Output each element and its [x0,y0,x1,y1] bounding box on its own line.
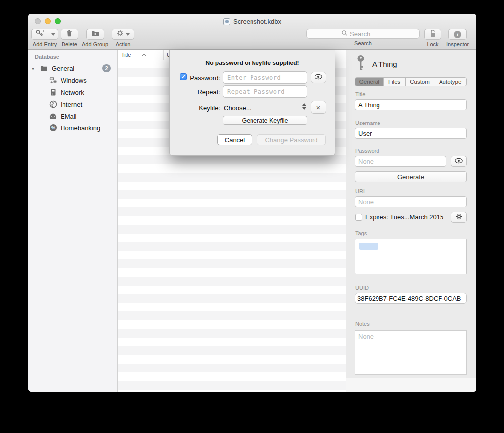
search-icon [341,29,348,38]
eye-icon [314,74,323,81]
toolbar-item-add-entry: Add Entry [31,29,58,47]
tab-files[interactable]: Files [384,78,406,86]
tag-pill[interactable] [359,243,378,250]
password-field[interactable] [355,156,446,167]
eye-icon [454,158,463,165]
expires-settings-button[interactable] [451,212,467,223]
sidebar-item-label: Homebanking [61,124,100,132]
add-group-button[interactable] [86,29,104,40]
sort-ascending-icon [141,52,162,58]
username-field[interactable] [355,128,467,139]
sidebar-item-email[interactable]: EMail [28,110,117,122]
notes-field-label: Notes [355,321,370,327]
expires-label: Expires: Tues...March 2015 [365,213,443,221]
inspector-label: Inspector [446,41,469,47]
password-field-label: Password [355,148,379,154]
enter-password-input[interactable] [223,71,307,84]
change-password-sheet: No password or keyfile supplied! Passwor… [169,50,335,156]
reveal-password-button[interactable] [451,156,467,167]
sidebar-item-network[interactable]: Network [28,86,117,98]
inspector-panel: A Thing General Files Custom Autotype Ti… [346,50,476,392]
toolbar-item-action: Action [112,29,134,47]
action-label: Action [116,41,131,47]
key-icon [356,55,366,74]
uuid-field[interactable] [355,293,467,304]
window-title-area: Screenshot.kdbx [28,18,476,25]
sidebar-item-general[interactable]: General 2 [28,62,117,74]
keyfile-popup[interactable]: Choose... [224,104,252,112]
delete-label: Delete [62,41,77,47]
tab-autotype[interactable]: Autotype [434,78,466,86]
url-field[interactable] [355,196,467,207]
search-field[interactable] [306,29,420,39]
stepper-icon[interactable] [302,103,306,110]
password-enable-checkbox[interactable] [180,73,187,80]
entry-title: A Thing [372,60,397,68]
delete-button[interactable] [61,29,78,40]
svg-text:%: % [51,125,55,130]
sidebar-section-header: Database [35,54,59,60]
keyfile-label: Keyfile: [188,104,220,112]
tags-field-label: Tags [355,230,367,236]
action-button[interactable] [112,29,134,40]
document-icon [223,18,230,25]
trash-icon [65,29,73,39]
toolbar-item-lock: Lock [424,29,441,47]
sidebar-item-label: EMail [61,113,77,120]
sidebar-item-label: Network [61,89,84,96]
percent-icon: % [49,124,57,132]
tab-general[interactable]: General [355,78,384,86]
search-label: Search [354,40,372,46]
gear-icon [455,213,463,222]
username-field-label: Username [355,120,380,126]
expires-checkbox[interactable] [355,214,362,221]
envelope-icon [49,112,57,121]
add-entry-button[interactable] [31,29,48,40]
sidebar-item-homebanking[interactable]: % Homebanking [28,122,117,134]
unlocked-padlock-icon [429,29,437,40]
generate-keyfile-button[interactable]: Generate Keyfile [223,116,307,125]
password-label: Password: [188,74,220,82]
sidebar-item-internet[interactable]: Internet [28,98,117,110]
title-field-label: Title [355,91,365,97]
change-password-button[interactable]: Change Password [257,134,326,145]
add-group-label: Add Group [82,41,108,47]
title-field[interactable] [355,99,467,110]
key-plus-icon [35,29,44,39]
tags-box[interactable] [355,239,467,274]
toolbar-item-search: Search [306,29,420,46]
sidebar-item-label: General [52,65,74,72]
generate-password-button[interactable]: Generate [355,171,467,182]
lock-button[interactable] [424,29,441,40]
globe-icon [49,100,57,109]
uuid-field-label: UUID [355,285,369,291]
column-header-title[interactable]: Title [118,50,164,60]
expires-row: Expires: Tues...March 2015 [355,213,443,221]
lock-label: Lock [427,41,438,47]
gear-icon [116,29,124,39]
workgroup-icon [49,76,57,85]
url-field-label: URL [355,188,366,194]
sidebar-item-label: Windows [61,77,87,84]
info-icon [454,31,461,38]
sidebar: Database General 2 [28,50,118,392]
repeat-password-input[interactable] [223,85,307,98]
folder-plus-icon [91,30,100,39]
app-window: Screenshot.kdbx [28,14,476,392]
toolbar: Add Entry Delete [28,29,476,50]
search-input[interactable] [350,30,384,38]
sidebar-item-windows[interactable]: Windows [28,74,117,86]
tab-custom[interactable]: Custom [406,78,435,86]
sidebar-item-label: Internet [61,101,82,108]
server-icon [49,88,57,97]
inspector-tabs: General Files Custom Autotype [355,77,467,86]
disclosure-triangle-icon[interactable] [32,66,38,71]
reveal-password-button[interactable] [311,72,326,83]
notes-field[interactable] [355,330,467,375]
clear-keyfile-button[interactable] [311,101,326,114]
inspector-button[interactable] [448,29,467,40]
chevron-down-icon [126,33,130,36]
inspector-footer [346,378,476,392]
add-entry-dropdown-button[interactable] [48,29,58,40]
cancel-button[interactable]: Cancel [217,134,252,145]
